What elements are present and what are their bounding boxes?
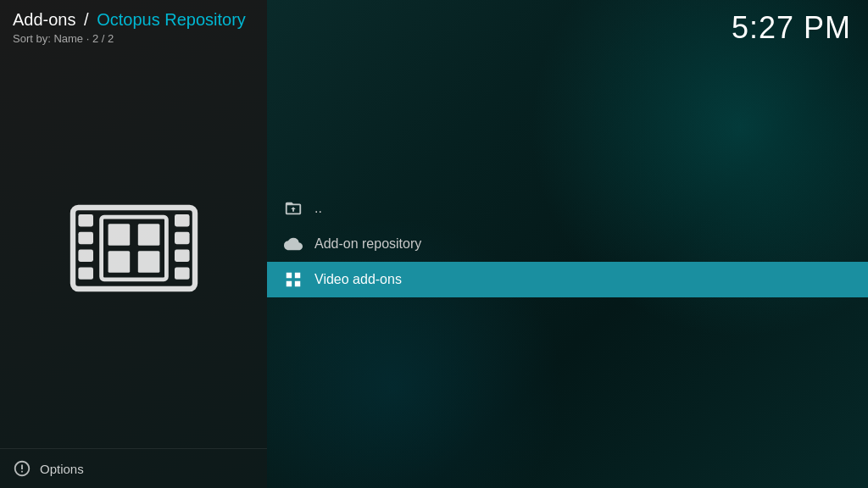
options-label: Options: [40, 462, 84, 476]
svg-rect-4: [78, 267, 93, 279]
right-panel: 5:27 PM ..: [267, 0, 868, 488]
main-layout: Add-ons / Octopus Repository Sort by: Na…: [0, 0, 868, 488]
addon-repo-label: Add-on repository: [314, 236, 421, 252]
parent-label: ..: [314, 201, 322, 216]
svg-rect-3: [78, 250, 93, 262]
header: Add-ons / Octopus Repository Sort by: Na…: [0, 0, 267, 48]
sort-info: Sort by: Name · 2 / 2: [13, 32, 254, 45]
breadcrumb-separator: /: [84, 10, 89, 29]
svg-rect-13: [137, 251, 159, 273]
svg-rect-11: [137, 224, 159, 246]
svg-rect-6: [175, 232, 190, 244]
thumbnail-area: [0, 48, 267, 448]
clock: 5:27 PM: [732, 10, 851, 46]
cloud-icon: [284, 235, 303, 253]
svg-rect-2: [78, 232, 93, 244]
list-item-video-addons[interactable]: Video add-ons: [267, 262, 868, 297]
svg-rect-12: [108, 251, 130, 273]
svg-rect-1: [78, 214, 93, 226]
list-item-addon-repo[interactable]: Add-on repository: [267, 226, 868, 262]
film-strip-icon: [66, 193, 202, 303]
bottom-bar[interactable]: Options: [0, 448, 267, 488]
svg-rect-8: [175, 267, 190, 279]
grid-icon: [284, 270, 303, 289]
options-icon: [13, 459, 31, 478]
left-panel: Add-ons / Octopus Repository Sort by: Na…: [0, 0, 267, 488]
svg-rect-5: [175, 214, 190, 226]
folder-up-icon: [284, 199, 303, 218]
svg-rect-7: [175, 250, 190, 262]
list-item-parent[interactable]: ..: [267, 191, 868, 226]
breadcrumb-parent: Add-ons: [13, 10, 76, 29]
list-container: .. Add-on repository Video add-ons: [267, 191, 868, 297]
breadcrumb-current: Octopus Repository: [97, 10, 246, 29]
svg-rect-10: [108, 224, 130, 246]
film-strip-svg: [66, 193, 202, 303]
video-addons-label: Video add-ons: [314, 272, 402, 287]
breadcrumb: Add-ons / Octopus Repository: [13, 8, 254, 30]
